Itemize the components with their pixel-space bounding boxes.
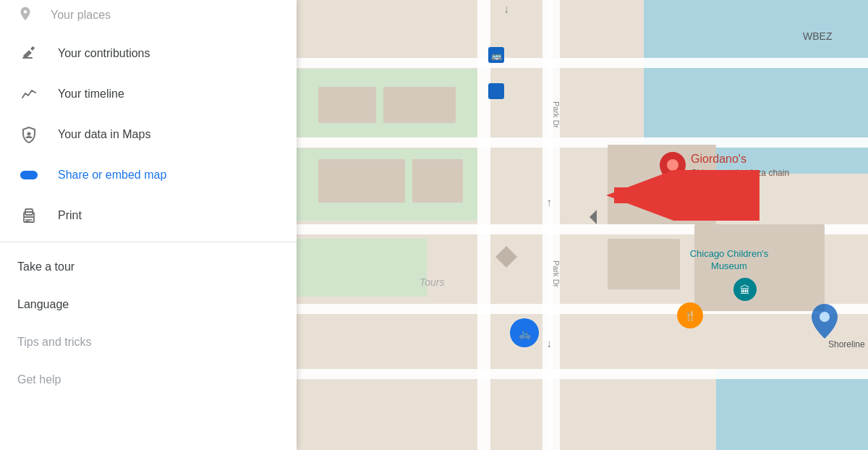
svg-rect-4 — [25, 219, 33, 221]
svg-rect-8 — [716, 369, 868, 450]
svg-point-1 — [27, 132, 31, 136]
edit-icon — [17, 45, 41, 62]
svg-text:↓: ↓ — [546, 337, 552, 349]
sidebar: Your places Your contributions Your time… — [0, 0, 297, 450]
shield-icon — [17, 126, 41, 143]
map-area[interactable]: Park Dr Park Dr 🚌 🚲 Giordano's Chicago-s… — [297, 0, 868, 450]
tips-label: Tips and tricks — [17, 336, 92, 349]
svg-text:Shoreline: Shoreline — [828, 339, 865, 349]
language-label: Language — [17, 298, 69, 311]
svg-rect-12 — [297, 137, 868, 148]
svg-text:Museum: Museum — [711, 260, 747, 271]
menu-item-data[interactable]: Your data in Maps — [0, 114, 297, 155]
svg-point-36 — [667, 159, 678, 171]
tour-label: Take a tour — [17, 260, 75, 273]
take-a-tour-item[interactable]: Take a tour — [0, 248, 297, 286]
menu-item-contributions[interactable]: Your contributions — [0, 33, 297, 74]
svg-rect-16 — [548, 0, 560, 450]
svg-rect-21 — [383, 87, 456, 123]
red-arrow — [600, 170, 760, 224]
svg-text:🚌: 🚌 — [491, 50, 502, 61]
svg-text:WBEZ: WBEZ — [803, 30, 833, 42]
svg-text:🏛: 🏛 — [740, 284, 750, 296]
link-icon — [17, 169, 41, 181]
share-label: Share or embed map — [58, 169, 166, 182]
contributions-label: Your contributions — [58, 47, 150, 60]
svg-text:↑: ↑ — [546, 196, 552, 208]
your-places-item[interactable]: Your places — [0, 0, 297, 27]
svg-text:Giordano's: Giordano's — [691, 153, 746, 165]
help-label: Get help — [17, 373, 61, 386]
bottom-section: Take a tour Language Tips and tricks Get… — [0, 242, 297, 404]
your-places-icon — [17, 6, 33, 25]
menu-section-main: Your contributions Your timeline Your da… — [0, 27, 297, 242]
svg-text:Park Dr: Park Dr — [552, 260, 561, 288]
svg-text:Chicago Children's: Chicago Children's — [690, 248, 769, 259]
svg-rect-32 — [488, 83, 504, 99]
language-item[interactable]: Language — [0, 286, 297, 323]
print-label: Print — [58, 209, 82, 222]
menu-item-share[interactable]: Share or embed map — [0, 155, 297, 195]
your-places-label: Your places — [51, 9, 111, 22]
svg-rect-25 — [608, 239, 680, 289]
help-item[interactable]: Get help — [0, 361, 297, 399]
menu-item-print[interactable]: Print — [0, 195, 297, 236]
tips-item[interactable]: Tips and tricks — [0, 323, 297, 361]
svg-rect-15 — [297, 369, 868, 379]
svg-text:Park Dr: Park Dr — [552, 101, 561, 129]
print-icon — [17, 207, 41, 224]
svg-rect-23 — [412, 159, 463, 203]
svg-rect-11 — [297, 58, 868, 68]
svg-text:Tours: Tours — [420, 276, 445, 288]
svg-point-44 — [820, 312, 830, 322]
svg-rect-19 — [297, 239, 427, 297]
svg-rect-22 — [318, 159, 405, 203]
svg-text:🍴: 🍴 — [684, 310, 697, 322]
timeline-label: Your timeline — [58, 88, 124, 101]
svg-rect-20 — [318, 87, 376, 123]
svg-text:🚲: 🚲 — [519, 328, 532, 340]
data-label: Your data in Maps — [58, 128, 150, 141]
menu-item-timeline[interactable]: Your timeline — [0, 74, 297, 114]
svg-rect-5 — [25, 221, 30, 222]
timeline-icon — [17, 85, 41, 103]
svg-text:↓: ↓ — [503, 3, 509, 15]
